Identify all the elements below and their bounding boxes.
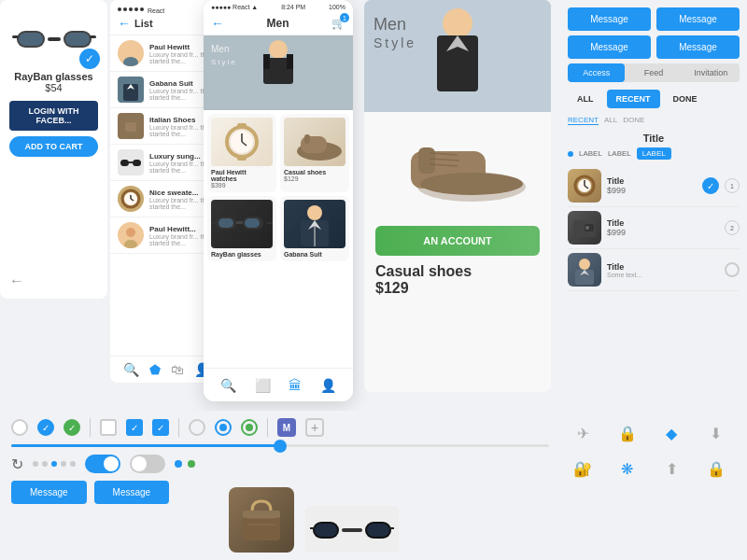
tab-invitation[interactable]: Invitation <box>683 63 740 82</box>
square-checked-2[interactable]: ✓ <box>152 419 169 436</box>
message-button-1[interactable]: Message <box>568 7 651 31</box>
checkbox-checked-blue[interactable]: ✓ <box>37 419 54 436</box>
product-name: Paul Hewitt watches <box>211 169 273 182</box>
dot-active <box>51 461 57 467</box>
list-back-arrow[interactable]: ← <box>118 16 131 31</box>
svg-point-43 <box>307 205 322 220</box>
filter-recent[interactable]: RECENT <box>607 90 660 108</box>
phone-bottom-nav: 🔍 ⬜ 🏛 👤 <box>204 368 353 401</box>
letter-badge-m: M <box>277 418 296 437</box>
profile-icon[interactable]: 👤 <box>320 378 336 393</box>
phone-panel: ●●●●● React ▲ 8:24 PM 100% ← Men 🛒1 MenS… <box>204 0 353 401</box>
label-row: LABEL LABEL LABEL <box>568 147 740 160</box>
tab-feed[interactable]: Feed <box>625 63 682 82</box>
dot-4 <box>61 461 66 467</box>
shoe-large-svg <box>383 123 532 207</box>
home-tab-icon[interactable]: ⬟ <box>149 362 161 377</box>
square-unchecked[interactable] <box>100 419 117 436</box>
download-icon-2[interactable]: ⬆ <box>656 454 686 483</box>
product-name: RayBan glasses <box>211 251 273 258</box>
sub-filter-done[interactable]: DONE <box>623 116 644 125</box>
download-icon-1[interactable]: ⬇ <box>701 418 731 448</box>
svg-rect-74 <box>342 528 362 532</box>
product-list-item-3[interactable]: Title Some text... <box>568 249 740 291</box>
phone-title: Men <box>224 17 331 30</box>
cart-icon[interactable]: 🛒1 <box>331 17 345 30</box>
men-style-title: MenStyle <box>374 15 416 50</box>
list-thumb-glass <box>118 149 144 175</box>
create-account-label: AN ACCOUNT <box>423 235 492 246</box>
slider-thumb[interactable] <box>274 440 287 453</box>
signal-dots: ●●●●● React ▲ <box>211 4 258 10</box>
cart-tab-icon[interactable]: 🛍 <box>171 362 184 377</box>
section-title: Title <box>568 133 740 144</box>
dots-row <box>33 461 76 467</box>
sub-filter-all[interactable]: ALL <box>604 116 617 125</box>
diamond-icon[interactable]: ◆ <box>656 418 686 448</box>
filter-done[interactable]: DONE <box>664 90 707 108</box>
radio-3[interactable] <box>725 262 740 277</box>
login-facebook-button[interactable]: LOGIN WITH FACEB... <box>9 101 98 131</box>
flower-icon[interactable]: ❋ <box>613 454 642 483</box>
product-card-shoe[interactable]: Casual shoes $129 <box>280 114 349 192</box>
list-thumb-suit <box>118 77 144 103</box>
send-icon[interactable]: ✈ <box>568 418 598 448</box>
title-section: Title LABEL LABEL LABEL <box>568 133 740 160</box>
message-button-4[interactable]: Message <box>656 35 740 59</box>
message-button-3[interactable]: Message <box>568 35 651 59</box>
product-list-item-1[interactable]: Title $999 ✓ 1 <box>568 165 740 207</box>
store-icon[interactable]: 🏛 <box>289 378 302 393</box>
checkbox-row: ✓ ✓ ✓ ✓ M + <box>11 418 549 437</box>
product-info-3: Title Some text... <box>607 262 719 278</box>
search-icon[interactable]: 🔍 <box>220 378 236 393</box>
square-checked-1[interactable]: ✓ <box>126 419 143 436</box>
sub-filter-recent[interactable]: RECENT <box>568 116 599 125</box>
slider-track[interactable] <box>11 444 549 447</box>
radio-green[interactable] <box>241 419 258 436</box>
sub-filter-row: RECENT ALL DONE <box>568 116 740 125</box>
filter-all[interactable]: ALL <box>568 90 603 108</box>
message-buttons-row1: Message Message <box>568 7 740 31</box>
svg-rect-54 <box>418 147 435 174</box>
glasses-image <box>211 200 273 248</box>
product-card-suit[interactable]: Gabana Suit <box>280 196 349 261</box>
product-card-glasses[interactable]: RayBan glasses <box>207 196 276 261</box>
radio-unchecked[interactable] <box>189 419 205 436</box>
checkbox-unchecked-1[interactable] <box>11 419 28 436</box>
lock-icon-3[interactable]: 🔒 <box>701 454 731 483</box>
svg-rect-35 <box>304 134 310 144</box>
home-icon[interactable]: ⬜ <box>255 378 271 393</box>
svg-point-65 <box>579 259 590 270</box>
product-price: $129 <box>284 175 345 182</box>
lock-icon-1[interactable]: 🔒 <box>613 418 642 448</box>
glasses-image <box>305 506 399 553</box>
product-name: Gabana Suit <box>284 251 345 258</box>
svg-rect-41 <box>211 222 218 224</box>
tab-access[interactable]: Access <box>568 63 625 82</box>
toggle-off[interactable] <box>130 455 165 473</box>
phone-back-icon[interactable]: ← <box>211 16 224 31</box>
toggle-on[interactable] <box>85 455 120 473</box>
product-card-watch[interactable]: Paul Hewitt watches $399 <box>207 114 276 192</box>
bottom-message-btn-1[interactable]: Message <box>11 481 87 504</box>
lock-icon-2[interactable]: 🔐 <box>568 454 598 483</box>
svg-rect-40 <box>236 221 243 224</box>
plus-badge[interactable]: + <box>305 418 324 437</box>
search-tab-icon[interactable]: 🔍 <box>123 362 139 377</box>
radio-blue[interactable] <box>215 419 232 436</box>
create-account-button[interactable]: AN ACCOUNT <box>375 226 540 256</box>
label-badge: LABEL <box>637 147 671 160</box>
bottom-message-btn-2[interactable]: Message <box>94 481 170 504</box>
message-button-2[interactable]: Message <box>656 7 740 31</box>
controls-misc-row: ↻ <box>11 455 549 473</box>
svg-rect-78 <box>389 527 394 529</box>
svg-rect-25 <box>263 54 270 69</box>
product-num-1: 1 <box>725 178 740 193</box>
add-to-cart-button[interactable]: ADD TO CART <box>9 136 98 157</box>
reload-icon[interactable]: ↻ <box>11 455 23 473</box>
product-list-item-2[interactable]: Title $999 2 <box>568 207 740 249</box>
checkbox-checked-green[interactable]: ✓ <box>63 419 80 436</box>
two-dots <box>175 460 195 468</box>
product-card: ✓ RayBan glasses $54 LOGIN WITH FACEB...… <box>0 0 107 299</box>
back-arrow-icon[interactable]: ← <box>9 273 24 289</box>
